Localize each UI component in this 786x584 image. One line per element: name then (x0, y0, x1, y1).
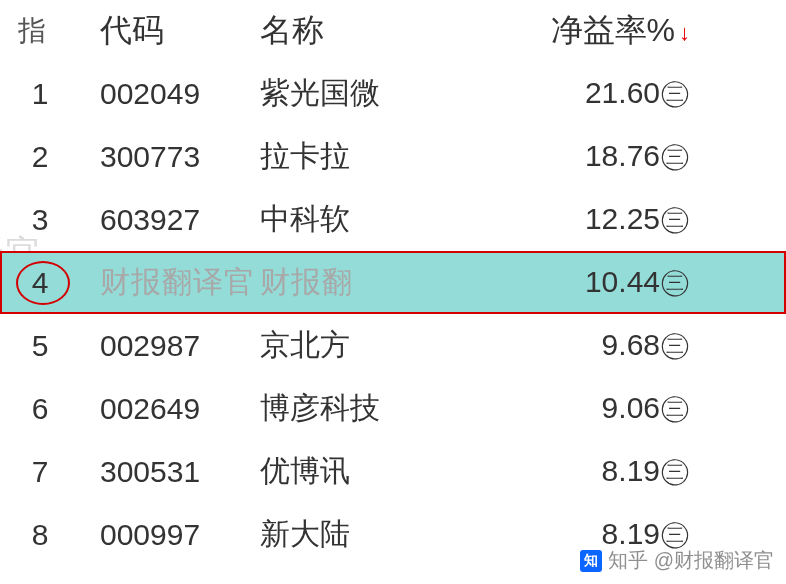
stock-name: 中科软 (260, 199, 490, 240)
table-row[interactable]: 2 300773 拉卡拉 18.76㊂ (0, 125, 786, 188)
header-zhi: 指 (10, 12, 70, 50)
stock-name: 优博讯 (260, 451, 490, 492)
stock-code: 300773 (70, 140, 260, 174)
source-credit: 知 知乎 @财报翻译官 (580, 547, 774, 574)
header-rate[interactable]: 净益率%↓ (490, 9, 710, 53)
stock-code: 002987 (70, 329, 260, 363)
stock-name: 博彦科技 (260, 388, 490, 429)
stock-code: 002049 (70, 77, 260, 111)
table-row[interactable]: 1 002049 紫光国微 21.60㊂ (0, 62, 786, 125)
stock-name: 新大陆 (260, 514, 490, 555)
table-row[interactable]: 6 002649 博彦科技 9.06㊂ (0, 377, 786, 440)
row-index: 1 (10, 77, 70, 111)
row-index: 4 (10, 266, 70, 300)
stock-code: 000997 (70, 518, 260, 552)
net-margin: 21.60㊂ (490, 73, 710, 114)
zhihu-icon: 知 (580, 550, 602, 572)
net-margin: 9.68㊂ (490, 325, 710, 366)
net-margin: 10.44㊂ (490, 262, 710, 303)
stock-code: 300531 (70, 455, 260, 489)
row-index: 3 (10, 203, 70, 237)
stock-table: 指 代码 名称 净益率%↓ 1 002049 紫光国微 21.60㊂ 2 300… (0, 0, 786, 566)
net-margin: 8.19㊂ (490, 451, 710, 492)
table-row[interactable]: 5 002987 京北方 9.68㊂ (0, 314, 786, 377)
table-row-highlighted[interactable]: 4 财报翻译官 财报翻 10.44㊂ (0, 251, 786, 314)
source-platform: 知乎 (608, 547, 648, 574)
stock-code: 002649 (70, 392, 260, 426)
stock-name: 京北方 (260, 325, 490, 366)
row-index: 7 (10, 455, 70, 489)
stock-code: 603927 (70, 203, 260, 237)
header-rate-label: 净益率% (551, 12, 675, 48)
table-row[interactable]: 7 300531 优博讯 8.19㊂ (0, 440, 786, 503)
net-margin: 12.25㊂ (490, 199, 710, 240)
table-row[interactable]: 3 603927 中科软 12.25㊂ (0, 188, 786, 251)
row-index: 2 (10, 140, 70, 174)
table-header: 指 代码 名称 净益率%↓ (0, 0, 786, 62)
stock-name: 财报翻 (260, 262, 490, 303)
row-index: 6 (10, 392, 70, 426)
header-name[interactable]: 名称 (260, 9, 490, 53)
source-author: @财报翻译官 (654, 547, 774, 574)
net-margin: 9.06㊂ (490, 388, 710, 429)
stock-name: 紫光国微 (260, 73, 490, 114)
stock-name: 拉卡拉 (260, 136, 490, 177)
stock-code: 财报翻译官 (70, 262, 260, 303)
net-margin: 18.76㊂ (490, 136, 710, 177)
row-index: 8 (10, 518, 70, 552)
row-index: 5 (10, 329, 70, 363)
sort-desc-icon: ↓ (679, 20, 690, 45)
header-code[interactable]: 代码 (70, 9, 260, 53)
